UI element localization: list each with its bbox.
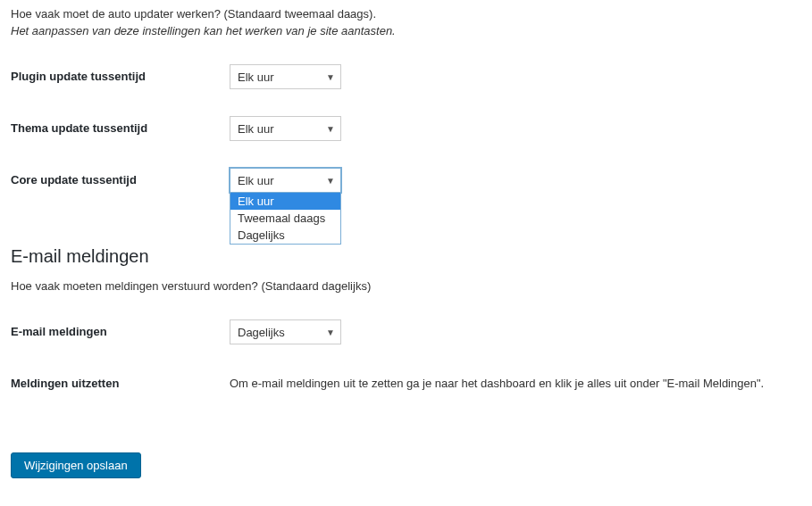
core-interval-dropdown: Elk uur Tweemaal daags Dagelijks bbox=[230, 192, 341, 245]
email-interval-value: Dagelijks bbox=[238, 326, 285, 339]
core-interval-select[interactable]: Elk uur ▼ bbox=[230, 168, 341, 193]
email-interval-select[interactable]: Dagelijks ▼ bbox=[230, 319, 341, 344]
intro-warning: Het aanpassen van deze instellingen kan … bbox=[11, 24, 801, 64]
disable-notifications-row: Meldingen uitzetten Om e-mail meldingen … bbox=[11, 371, 801, 390]
chevron-down-icon: ▼ bbox=[326, 176, 335, 186]
email-interval-label: E-mail meldingen bbox=[11, 319, 230, 338]
core-interval-option[interactable]: Elk uur bbox=[230, 193, 340, 210]
theme-interval-select[interactable]: Elk uur ▼ bbox=[230, 116, 341, 141]
chevron-down-icon: ▼ bbox=[326, 124, 335, 134]
core-interval-value: Elk uur bbox=[238, 174, 273, 187]
disable-notifications-label: Meldingen uitzetten bbox=[11, 371, 230, 390]
disable-notifications-text: Om e-mail meldingen uit te zetten ga je … bbox=[230, 371, 801, 390]
plugin-interval-select[interactable]: Elk uur ▼ bbox=[230, 64, 341, 89]
email-interval-row: E-mail meldingen Dagelijks ▼ bbox=[11, 319, 801, 344]
intro-text: Hoe vaak moet de auto updater werken? (S… bbox=[11, 0, 801, 24]
theme-interval-row: Thema update tussentijd Elk uur ▼ bbox=[11, 116, 801, 141]
core-interval-option[interactable]: Dagelijks bbox=[230, 227, 340, 244]
theme-interval-value: Elk uur bbox=[238, 122, 273, 136]
plugin-interval-value: Elk uur bbox=[238, 71, 273, 84]
core-interval-option[interactable]: Tweemaal daags bbox=[230, 210, 340, 227]
plugin-interval-row: Plugin update tussentijd Elk uur ▼ bbox=[11, 64, 801, 89]
core-interval-label: Core update tussentijd bbox=[11, 168, 230, 187]
chevron-down-icon: ▼ bbox=[326, 328, 335, 337]
save-button[interactable]: Wijzigingen opslaan bbox=[11, 452, 141, 478]
theme-interval-label: Thema update tussentijd bbox=[11, 116, 230, 135]
core-interval-row: Core update tussentijd Elk uur ▼ Elk uur… bbox=[11, 168, 801, 193]
email-section-description: Hoe vaak moeten meldingen verstuurd word… bbox=[11, 279, 801, 293]
email-section-heading: E-mail meldingen bbox=[11, 246, 801, 267]
chevron-down-icon: ▼ bbox=[326, 72, 335, 82]
plugin-interval-label: Plugin update tussentijd bbox=[11, 64, 230, 83]
